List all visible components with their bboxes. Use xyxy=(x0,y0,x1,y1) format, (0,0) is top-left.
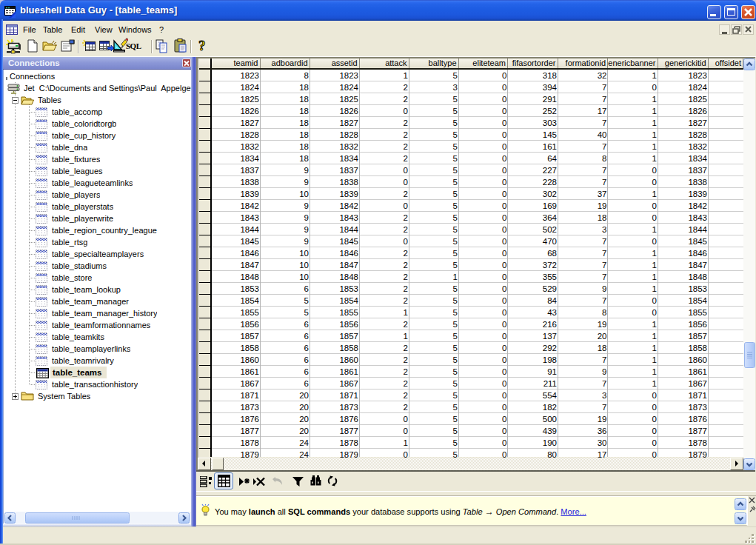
svg-text:?: ? xyxy=(198,39,206,53)
